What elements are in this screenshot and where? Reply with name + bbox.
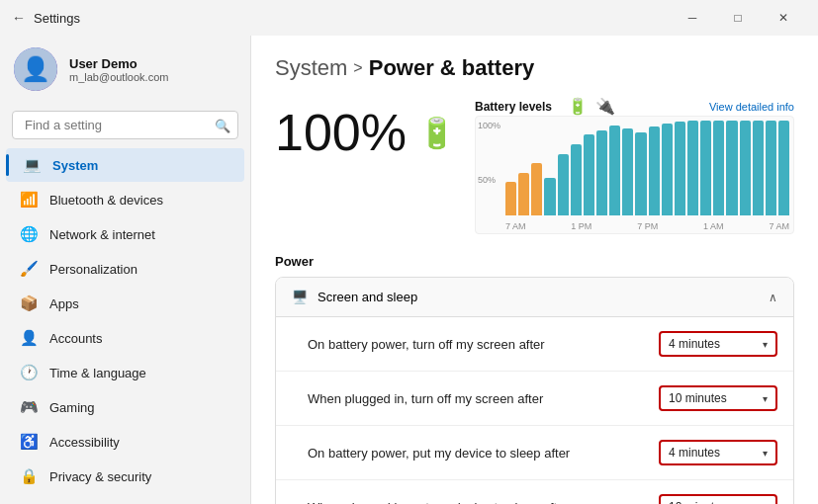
maximize-button[interactable]: □ [715, 3, 761, 33]
sidebar-item-personalization[interactable]: 🖌️ Personalization [6, 252, 244, 286]
user-info: User Demo m_lab@outlook.com [69, 56, 168, 83]
chart-bar-19 [753, 121, 764, 215]
nav-icon-time: 🕐 [20, 364, 38, 381]
battery-icon: 🔋 [418, 116, 455, 150]
nav-label-apps: Apps [49, 296, 230, 311]
dropdown-arrow-0: ▾ [763, 339, 768, 350]
power-section: Power 🖥️ Screen and sleep ∧ On battery p… [275, 254, 794, 504]
dropdown-value-3: 10 minutes [669, 500, 727, 504]
nav-label-accessibility: Accessibility [49, 435, 230, 450]
chart-bar-14 [687, 121, 698, 215]
nav-label-bluetooth: Bluetooth & devices [49, 193, 230, 208]
chart-bar-3 [544, 178, 555, 215]
breadcrumb-current: Power & battery [369, 55, 535, 81]
sidebar-item-bluetooth[interactable]: 📶 Bluetooth & devices [6, 183, 244, 216]
chart-bar-6 [584, 134, 594, 215]
battery-section: 100% 🔋 Battery levels 🔋 🔌 View detailed … [275, 97, 794, 234]
y-label-100: 100% [478, 121, 503, 130]
nav-icon-accessibility: ♿ [20, 433, 38, 451]
chart-y-labels: 100% 50% [476, 117, 505, 233]
dropdown-value-1: 10 minutes [669, 391, 727, 405]
settings-row-label-0: On battery power, turn off my screen aft… [308, 337, 545, 352]
settings-dropdown-1[interactable]: 10 minutes ▾ [659, 385, 777, 411]
search-icon[interactable]: 🔍 [215, 118, 230, 132]
active-indicator [6, 154, 9, 176]
sidebar-item-active[interactable]: 💻 System [6, 148, 244, 182]
chart-legend: 🔋 🔌 [568, 97, 615, 116]
nav-icon-privacy: 🔒 [20, 467, 38, 485]
user-email: m_lab@outlook.com [69, 71, 168, 83]
settings-dropdown-2[interactable]: 4 minutes ▾ [659, 440, 777, 465]
settings-row: On battery power, turn off my screen aft… [276, 317, 793, 372]
view-detailed-info-link[interactable]: View detailed info [709, 101, 794, 113]
x-label-2: 1 PM [571, 221, 591, 231]
nav-label-network: Network & internet [49, 227, 230, 242]
app-container: 👤 User Demo m_lab@outlook.com 🔍 💻 System… [0, 36, 818, 504]
nav-label-gaming: Gaming [49, 400, 230, 415]
user-profile[interactable]: 👤 User Demo m_lab@outlook.com [0, 36, 250, 103]
sidebar-item-apps[interactable]: 📦 Apps [6, 287, 244, 320]
chart-bars [505, 121, 789, 215]
sidebar-item-accessibility[interactable]: ♿ Accessibility [6, 425, 244, 459]
chart-bar-16 [713, 121, 724, 215]
user-name: User Demo [69, 56, 168, 71]
chart-bar-0 [505, 182, 516, 215]
dropdown-value-2: 4 minutes [669, 446, 720, 460]
chart-bar-1 [518, 173, 529, 215]
chart-bar-10 [635, 132, 646, 215]
x-label-3: 7 PM [637, 221, 658, 231]
chart-header-row: Battery levels 🔋 🔌 View detailed info [475, 97, 794, 116]
chart-bar-2 [531, 163, 542, 215]
screen-sleep-icon: 🖥️ [292, 290, 308, 304]
nav-label-system: System [52, 158, 230, 173]
main-content: System > Power & battery 100% 🔋 Battery … [250, 36, 818, 504]
legend-battery-icon: 🔋 [568, 97, 588, 116]
settings-row: When plugged in, turn off my screen afte… [276, 372, 793, 426]
dropdown-arrow-2: ▾ [763, 448, 768, 459]
chart-bar-4 [558, 154, 569, 215]
search-container: 🔍 [12, 111, 238, 139]
nav-icon-accounts: 👤 [20, 329, 38, 347]
chart-bar-5 [571, 144, 582, 215]
breadcrumb-parent[interactable]: System [275, 55, 347, 81]
settings-row-label-2: On battery power, put my device to sleep… [308, 446, 570, 461]
sidebar-item-network[interactable]: 🌐 Network & internet [6, 217, 244, 251]
nav-label-personalization: Personalization [49, 262, 230, 277]
chart-bar-21 [778, 121, 789, 215]
nav-icon-personalization: 🖌️ [20, 260, 38, 278]
chart-area: 100% 50% 7 AM 1 PM 7 PM 1 AM 7 AM [475, 116, 794, 234]
sidebar-item-time[interactable]: 🕐 Time & language [6, 356, 244, 389]
close-button[interactable]: ✕ [761, 3, 806, 33]
nav-label-privacy: Privacy & security [49, 469, 230, 484]
chart-bar-13 [675, 122, 685, 215]
settings-dropdown-3[interactable]: 10 minutes ▾ [659, 494, 777, 504]
nav-icon-gaming: 🎮 [20, 398, 38, 416]
breadcrumb: System > Power & battery [275, 55, 794, 81]
legend-plug-icon: 🔌 [595, 97, 615, 116]
nav-label-time: Time & language [49, 366, 230, 380]
screen-sleep-label: Screen and sleep [318, 290, 417, 304]
screen-sleep-header[interactable]: 🖥️ Screen and sleep ∧ [276, 278, 793, 317]
back-button[interactable]: ← [12, 10, 26, 26]
chart-title: Battery levels [475, 100, 552, 114]
sidebar-item-privacy[interactable]: 🔒 Privacy & security [6, 460, 244, 493]
sidebar-item-accounts[interactable]: 👤 Accounts [6, 321, 244, 355]
sidebar-nav: 💻 System 📶 Bluetooth & devices 🌐 Network… [0, 147, 250, 494]
screen-sleep-title: 🖥️ Screen and sleep [292, 290, 417, 304]
settings-row: On battery power, put my device to sleep… [276, 426, 793, 480]
battery-percentage: 100% [275, 107, 407, 158]
search-input[interactable] [12, 111, 238, 139]
settings-dropdown-0[interactable]: 4 minutes ▾ [659, 331, 777, 357]
sidebar: 👤 User Demo m_lab@outlook.com 🔍 💻 System… [0, 36, 250, 504]
sidebar-item-gaming[interactable]: 🎮 Gaming [6, 390, 244, 424]
settings-card: 🖥️ Screen and sleep ∧ On battery power, … [275, 277, 794, 504]
chart-bar-20 [766, 121, 776, 215]
settings-row-label-3: When plugged in, put my device to sleep … [308, 500, 569, 505]
minimize-button[interactable]: ─ [670, 3, 715, 33]
chart-bar-11 [649, 126, 660, 215]
nav-icon-apps: 📦 [20, 294, 38, 312]
sidebar-item-system[interactable]: 💻 System [6, 148, 244, 182]
chart-x-labels: 7 AM 1 PM 7 PM 1 AM 7 AM [505, 221, 789, 231]
settings-rows: On battery power, turn off my screen aft… [276, 317, 793, 504]
chart-bar-9 [622, 128, 633, 215]
